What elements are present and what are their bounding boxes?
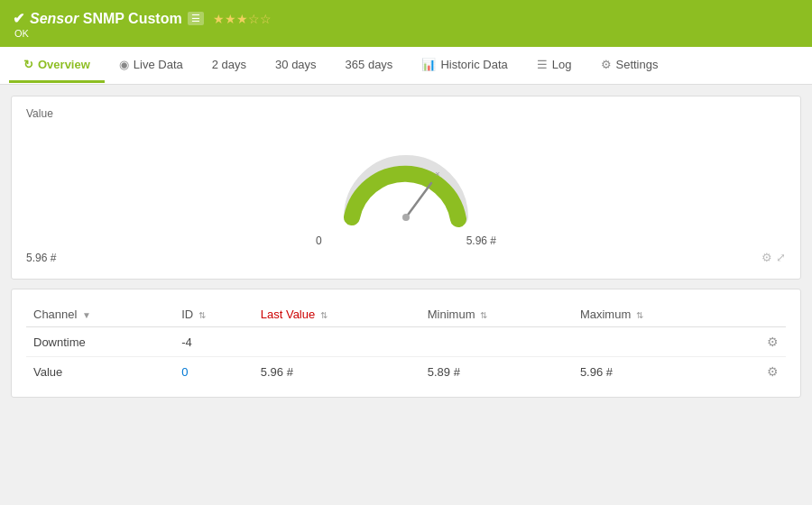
col-last-value[interactable]: Last Value ⇅	[254, 300, 420, 327]
overview-icon: ↻	[23, 58, 33, 71]
tab-bar: ↻ Overview ◉ Live Data 2 days 30 days 36…	[0, 47, 812, 85]
table-header: Channel ▼ ID ⇅ Last Value ⇅ Minimum ⇅	[26, 300, 786, 327]
header: ✔ Sensor SNMP Custom ☰ ★★★☆☆ OK	[0, 0, 812, 47]
tab-log[interactable]: ☰ Log	[522, 49, 586, 83]
row2-action[interactable]: ⚙	[732, 357, 786, 387]
row2-gear-icon[interactable]: ⚙	[767, 364, 779, 379]
table-body: Downtime -4 ⚙ Value 0 5.96 # 5.89 # 5.96…	[26, 327, 786, 387]
gauge-container: × 0 5.96 #	[26, 127, 786, 247]
header-left: ✔ Sensor SNMP Custom ☰ ★★★☆☆ OK	[13, 10, 272, 39]
gauge-labels: 0 5.96 #	[316, 234, 496, 247]
tab-live-data-label: Live Data	[134, 58, 183, 71]
max-sort-arrow: ⇅	[636, 310, 643, 320]
tab-historic-label: Historic Data	[440, 58, 507, 71]
table-row: Downtime -4 ⚙	[26, 327, 786, 357]
status-badge: OK	[14, 28, 272, 39]
table-header-row: Channel ▼ ID ⇅ Last Value ⇅ Minimum ⇅	[26, 300, 786, 327]
sensor-word: Sensor	[30, 11, 78, 26]
col-actions	[732, 300, 786, 327]
live-data-icon: ◉	[119, 58, 129, 71]
tab-settings[interactable]: ⚙ Settings	[586, 49, 673, 83]
tab-overview-label: Overview	[38, 58, 90, 71]
lastval-sort-arrow: ⇅	[320, 310, 328, 320]
row2-minimum: 5.89 #	[420, 357, 573, 387]
row1-minimum	[420, 327, 573, 357]
value-card-title: Value	[26, 107, 786, 120]
tab-2days[interactable]: 2 days	[198, 49, 261, 83]
col-maximum[interactable]: Maximum ⇅	[573, 300, 733, 327]
row1-gear-icon[interactable]: ⚙	[767, 335, 779, 349]
sensor-name: SNMP Custom	[83, 11, 182, 26]
row2-maximum: 5.96 #	[573, 357, 733, 387]
col-channel[interactable]: Channel ▼	[26, 300, 174, 327]
gauge-svg: ×	[334, 136, 478, 231]
col-minimum[interactable]: Minimum ⇅	[420, 300, 573, 327]
svg-point-1	[402, 214, 410, 221]
tab-30days[interactable]: 30 days	[261, 49, 331, 83]
gauge-max-label: 5.96 #	[466, 234, 496, 247]
historic-icon: 📊	[421, 58, 436, 71]
tab-historic[interactable]: 📊 Historic Data	[407, 49, 521, 83]
row2-last-value: 5.96 #	[254, 357, 420, 387]
tab-live-data[interactable]: ◉ Live Data	[105, 49, 198, 83]
tab-30days-label: 30 days	[275, 58, 317, 71]
gauge-min-label: 0	[316, 234, 322, 247]
log-icon: ☰	[537, 58, 548, 71]
channel-sort-arrow: ▼	[82, 310, 91, 320]
tab-365days-label: 365 days	[346, 58, 393, 71]
main-content: Value × 0 5.96 # 5.96 # ⚙	[0, 85, 812, 409]
gauge-action-icons: ⚙ ⤢	[761, 251, 786, 264]
tab-overview[interactable]: ↻ Overview	[9, 49, 105, 83]
channels-table-card: Channel ▼ ID ⇅ Last Value ⇅ Minimum ⇅	[11, 289, 801, 398]
row1-channel: Downtime	[26, 327, 174, 357]
tab-log-label: Log	[552, 58, 572, 71]
row2-id: 0	[174, 357, 254, 387]
row1-action[interactable]: ⚙	[732, 327, 786, 357]
gauge-settings-icon[interactable]: ⚙	[761, 251, 772, 264]
id-sort-arrow: ⇅	[198, 310, 206, 320]
gauge-bottom-value: 5.96 #	[26, 252, 56, 264]
col-id[interactable]: ID ⇅	[174, 300, 254, 327]
star-rating[interactable]: ★★★☆☆	[213, 12, 272, 26]
tab-365days[interactable]: 365 days	[331, 49, 408, 83]
row1-id: -4	[174, 327, 254, 357]
header-top-row: ✔ Sensor SNMP Custom ☰ ★★★☆☆	[13, 10, 272, 27]
sensor-type-label: Sensor SNMP Custom	[30, 11, 182, 27]
row1-maximum	[573, 327, 733, 357]
tab-2days-label: 2 days	[212, 58, 246, 71]
settings-icon: ⚙	[601, 58, 612, 71]
card-bottom-row: 5.96 # ⚙ ⤢	[26, 251, 786, 264]
svg-line-0	[406, 183, 431, 217]
value-card: Value × 0 5.96 # 5.96 # ⚙	[11, 96, 801, 280]
channels-table: Channel ▼ ID ⇅ Last Value ⇅ Minimum ⇅	[26, 300, 786, 386]
svg-text:×: ×	[435, 170, 439, 179]
row2-channel: Value	[26, 357, 174, 387]
table-row: Value 0 5.96 # 5.89 # 5.96 # ⚙	[26, 357, 786, 387]
doc-icon[interactable]: ☰	[188, 12, 204, 25]
row1-last-value	[254, 327, 420, 357]
min-sort-arrow: ⇅	[480, 310, 487, 320]
tab-settings-label: Settings	[616, 58, 659, 71]
check-icon: ✔	[13, 10, 24, 27]
gauge-expand-icon[interactable]: ⤢	[776, 251, 786, 264]
